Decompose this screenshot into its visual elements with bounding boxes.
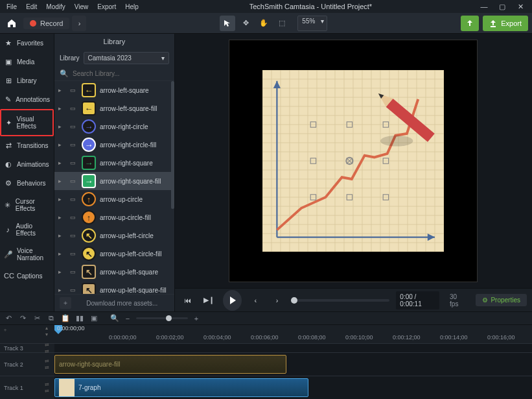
slider-handle[interactable] [291, 297, 297, 304]
playhead-time: 0:00:00;00 [57, 325, 85, 332]
asset-arrow-right-square[interactable]: ▸▭→arrow-right-square [54, 154, 174, 172]
asset-arrow-up-left-square-fill[interactable]: ▸▭↖arrow-up-left-square-fill [54, 281, 174, 294]
tab-favorites[interactable]: ★Favorites [0, 34, 54, 53]
asset-list[interactable]: ▸▭←arrow-left-square▸▭←arrow-left-square… [54, 81, 174, 294]
tab-voice-narration[interactable]: 🎤Voice Narration [0, 242, 54, 267]
hand-tool[interactable]: ✋ [256, 16, 272, 31]
timeline-ruler[interactable]: ＋ ▴ ▾ 0:00:00;00 0:00:00;000:00:02;000:0… [0, 325, 532, 343]
track-row: Track 1⇄⇄7-graph [0, 376, 532, 399]
tab-audio-effects[interactable]: ♪Audio Effects [0, 217, 54, 242]
share-button[interactable] [461, 16, 479, 31]
crop-tool[interactable]: ⬚ [274, 16, 290, 31]
menu-file[interactable]: File [3, 2, 21, 12]
export-icon [489, 19, 497, 27]
select-tool[interactable] [220, 16, 235, 31]
chevron-right-icon: › [276, 296, 279, 304]
menu-view[interactable]: View [71, 2, 93, 12]
timeline-zoom-slider[interactable] [136, 317, 188, 319]
tab-library[interactable]: ⊞Library [0, 71, 54, 90]
track-collapse-down[interactable]: ▾ [45, 332, 48, 337]
asset-arrow-up-left-circle-fill[interactable]: ▸▭↖arrow-up-left-circle-fill [54, 245, 174, 263]
download-assets-link[interactable]: Download more assets... [75, 300, 169, 307]
asset-arrow-up-left-circle[interactable]: ▸▭↖arrow-up-left-circle [54, 226, 174, 245]
asset-arrow-right-circle[interactable]: ▸▭→arrow-right-circle [54, 117, 174, 136]
fps-display: 30 fps [446, 291, 469, 309]
prev-frame-button[interactable]: ⏮ [180, 292, 195, 309]
scrollbar-thumb[interactable] [171, 81, 174, 209]
tab-media[interactable]: ▣Media [0, 53, 54, 71]
canvas-zoom-select[interactable]: 55%▾ [297, 16, 327, 31]
redo-button[interactable]: ↷ [18, 314, 27, 322]
menu-export[interactable]: Export [93, 2, 120, 12]
step-back-button[interactable]: ▶❙ [202, 292, 216, 309]
asset-arrow-up-circle-fill[interactable]: ▸▭↑arrow-up-circle-fill [54, 208, 174, 226]
menu-edit[interactable]: Edit [22, 2, 41, 12]
record-dropdown[interactable]: › [72, 16, 86, 31]
maximize-button[interactable]: ▢ [497, 3, 507, 11]
track-collapse-up[interactable]: ▴ [45, 325, 48, 331]
properties-button[interactable]: ⚙Properties [476, 294, 527, 306]
tab-visual-effects[interactable]: ✦Visual Effects [0, 109, 54, 136]
zoom-out-button[interactable]: − [123, 315, 132, 322]
add-track-button[interactable]: ＋ [3, 326, 36, 333]
zoom-in-button[interactable]: + [192, 315, 201, 322]
play-button[interactable] [223, 290, 242, 311]
paste-button[interactable]: 📋 [61, 314, 70, 322]
tab-behaviors[interactable]: ⚙Behaviors [0, 174, 54, 193]
next-marker-button[interactable]: › [270, 292, 284, 309]
track-lock-icon[interactable]: ⇄ [45, 358, 49, 364]
track-lock-icon[interactable]: ⇄ [45, 381, 49, 387]
menu-help[interactable]: Help [121, 2, 143, 12]
ruler-tick: 0:00:02;00 [156, 334, 184, 341]
home-button[interactable] [4, 16, 19, 31]
playback-slider[interactable] [291, 299, 389, 302]
tab-cursor-effects[interactable]: ✳Cursor Effects [0, 193, 54, 217]
library-dropdown[interactable]: Camtasia 2023 [84, 52, 169, 64]
record-button[interactable]: Record [23, 18, 69, 29]
minimize-button[interactable]: — [479, 3, 489, 11]
clip-label: 7-graph [78, 384, 100, 391]
clip-annotation[interactable]: arrow-right-square-fill [54, 355, 286, 374]
asset-type-icon: ▭ [70, 87, 78, 93]
tab-animations[interactable]: ◐Animations [0, 155, 54, 174]
undo-button[interactable]: ↶ [4, 314, 13, 322]
tab-annotations[interactable]: ✎Annotations [0, 90, 54, 109]
track-body[interactable] [54, 344, 532, 352]
asset-label: arrow-left-square-fill [100, 105, 157, 112]
asset-label: arrow-right-circle-fill [100, 141, 156, 149]
track-body[interactable]: 7-graph [54, 376, 532, 399]
tab-icon: ▣ [4, 58, 13, 66]
timeline: ＋ ▴ ▾ 0:00:00;00 0:00:00;000:00:02;000:0… [0, 324, 532, 399]
clip-media[interactable]: 7-graph [54, 378, 308, 397]
tab-captions[interactable]: CCCaptions [0, 267, 54, 285]
prev-marker-button[interactable]: ‹ [248, 292, 263, 309]
asset-arrow-left-square[interactable]: ▸▭←arrow-left-square [54, 81, 174, 99]
asset-type-icon: ▭ [70, 232, 78, 239]
track-vis-icon[interactable]: ⇄ [45, 388, 49, 394]
close-button[interactable]: ✕ [515, 3, 526, 11]
asset-arrow-left-square-fill[interactable]: ▸▭←arrow-left-square-fill [54, 99, 174, 117]
copy-button[interactable]: ⧉ [47, 314, 56, 322]
menu-modify[interactable]: Modify [42, 2, 69, 12]
asset-thumb: → [82, 174, 96, 188]
track-vis-icon[interactable]: ⇄ [45, 365, 49, 370]
toggle-button[interactable]: ▣ [89, 314, 98, 322]
track-body[interactable]: arrow-right-square-fill [54, 353, 532, 376]
asset-arrow-right-square-fill[interactable]: ▸▭→arrow-right-square-fill [54, 172, 174, 190]
asset-arrow-up-circle[interactable]: ▸▭↑arrow-up-circle [54, 190, 174, 208]
split-button[interactable]: ▮▮ [75, 314, 84, 322]
add-asset-button[interactable]: ＋ [60, 297, 71, 309]
library-search-input[interactable] [73, 70, 169, 77]
track-vis-icon[interactable]: ⇄ [45, 348, 49, 354]
asset-arrow-right-circle-fill[interactable]: ▸▭→arrow-right-circle-fill [54, 136, 174, 154]
asset-type-icon: ▭ [70, 141, 78, 148]
zoom-slider-handle[interactable] [166, 315, 172, 321]
move-tool[interactable]: ✥ [238, 16, 253, 31]
canvas[interactable] [229, 40, 478, 282]
canvas-content[interactable] [262, 70, 444, 252]
tab-transitions[interactable]: ⇄Transitions [0, 136, 54, 155]
export-button[interactable]: Export [483, 16, 528, 31]
home-icon [6, 18, 17, 29]
asset-arrow-up-left-square[interactable]: ▸▭↖arrow-up-left-square [54, 263, 174, 281]
cut-button[interactable]: ✂ [32, 314, 41, 322]
